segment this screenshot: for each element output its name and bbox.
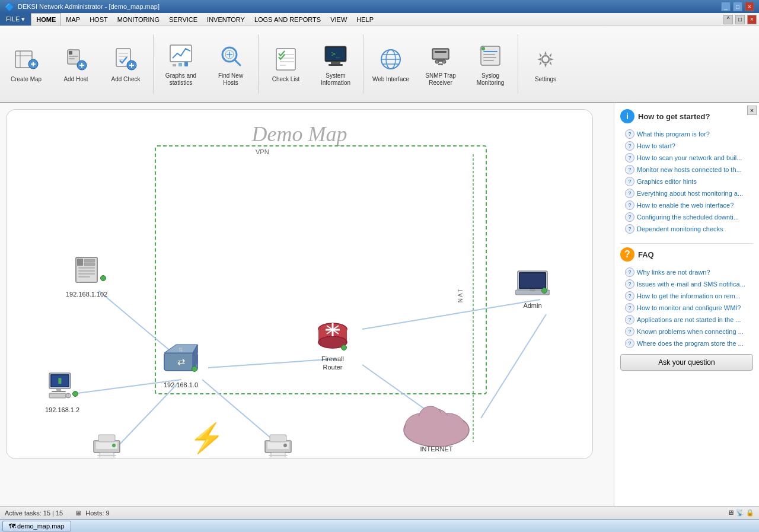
svg-rect-79 <box>56 388 61 391</box>
maximize-button[interactable]: □ <box>733 2 742 11</box>
vpn-label: VPN <box>256 148 269 155</box>
node-server[interactable]: 192.168.1.102 <box>66 255 107 298</box>
statusbar: Active tasks: 15 | 15 🖥 Hosts: 9 🖥 📡 🔒 <box>0 506 759 519</box>
titlebar: 🔷 DEKSI Network Administrator - [demo_ma… <box>0 0 759 13</box>
ribbon-sep-2 <box>258 34 259 94</box>
create-map-button[interactable]: Create Map <box>2 31 50 97</box>
info-header: i How to get started? <box>620 109 753 123</box>
titlebar-title: DEKSI Network Administrator - [demo_map.… <box>18 3 160 10</box>
snmp-button[interactable]: SNMP Trap Receiver <box>417 31 464 97</box>
add-check-button[interactable]: Add Check <box>102 31 149 97</box>
node-printer2[interactable]: Printer <box>263 430 294 459</box>
node-router[interactable]: ⇄ ⇅ 192.168.1.0 <box>160 341 202 388</box>
snmp-icon <box>426 42 455 70</box>
sysinfo-button[interactable]: >_ System Information <box>312 31 359 97</box>
info-link-7[interactable]: Configuring the scheduled downti... <box>620 211 753 223</box>
faq-link-0[interactable]: Why links are not drawn? <box>620 266 753 278</box>
menu-view[interactable]: VIEW <box>326 13 352 26</box>
active-tasks-text: Active tasks: 15 | 15 <box>5 509 63 517</box>
syslog-label: Syslog Monitoring <box>470 72 511 87</box>
svg-rect-37 <box>329 64 343 66</box>
info-link-8[interactable]: Dependent monitoring checks <box>620 223 753 235</box>
svg-rect-80 <box>52 391 66 392</box>
svg-rect-88 <box>98 435 115 442</box>
faq-link-1[interactable]: Issues with e-mail and SMS notifica... <box>620 278 753 290</box>
node-printer1[interactable]: 192.168.1.3 <box>90 430 124 459</box>
menu-monitoring[interactable]: MONITORING <box>113 13 164 26</box>
syslog-button[interactable]: Syslog Monitoring <box>467 31 514 97</box>
titlebar-controls[interactable]: _ □ × <box>721 2 754 11</box>
svg-rect-9 <box>69 58 75 59</box>
webinterface-icon <box>377 45 405 74</box>
svg-line-62 <box>362 300 540 329</box>
ribbon-close-btn[interactable]: × <box>747 15 757 24</box>
settings-button[interactable]: Settings <box>522 31 569 97</box>
admin-label: Admin <box>523 302 541 309</box>
ribbon-minimize-btn[interactable]: ^ <box>723 15 733 24</box>
info-link-5[interactable]: Everything about host monitoring a... <box>620 187 753 199</box>
hosts-count-text: 🖥 Hosts: 9 <box>75 509 109 517</box>
webinterface-label: Web Interface <box>372 76 409 83</box>
node-admin[interactable]: Admin <box>515 269 550 309</box>
svg-point-48 <box>435 60 439 63</box>
checklist-button[interactable]: Check List <box>262 31 310 97</box>
faq-link-2[interactable]: How to get the information on rem... <box>620 290 753 302</box>
menu-logs[interactable]: LOGS AND REPORTS <box>250 13 326 26</box>
settings-icon <box>531 45 560 74</box>
node-firewall[interactable]: Firewall Router <box>315 317 350 371</box>
taskbar-tab-0[interactable]: 🗺 demo_map.map <box>2 521 71 531</box>
svg-rect-68 <box>77 259 83 266</box>
svg-rect-72 <box>78 273 95 275</box>
svg-text:█: █ <box>58 378 62 384</box>
menu-inventory[interactable]: INVENTORY <box>202 13 250 26</box>
svg-rect-125 <box>520 273 545 288</box>
add-host-button[interactable]: Add Host <box>52 31 100 97</box>
svg-rect-71 <box>78 270 95 272</box>
menu-map[interactable]: MAP <box>61 13 85 26</box>
add-check-label: Add Check <box>111 76 141 83</box>
svg-text:⇅: ⇅ <box>178 347 183 353</box>
info-link-6[interactable]: How to enable the web interface? <box>620 199 753 211</box>
workstation1-label: 192.168.1.2 <box>45 406 79 413</box>
minimize-button[interactable]: _ <box>721 2 731 11</box>
faq-link-5[interactable]: Known problems when connecting ... <box>620 326 753 337</box>
webinterface-button[interactable]: Web Interface <box>367 31 414 97</box>
info-link-3[interactable]: Monitor new hosts connected to th... <box>620 164 753 176</box>
ribbon-restore-btn[interactable]: □ <box>735 15 745 24</box>
server-label: 192.168.1.102 <box>66 291 107 298</box>
svg-point-109 <box>283 444 287 447</box>
menu-home[interactable]: HOME <box>31 13 61 26</box>
graphs-button[interactable]: Graphs and statistics <box>157 31 205 97</box>
info-link-4[interactable]: Graphics editor hints <box>620 176 753 187</box>
admin-status <box>541 288 547 294</box>
faq-link-6[interactable]: Where does the program store the ... <box>620 337 753 349</box>
info-link-1[interactable]: How to start? <box>620 140 753 152</box>
node-workstation1[interactable]: █ 192.168.1.2 <box>45 371 79 413</box>
ask-question-button[interactable]: Ask your question <box>620 354 753 371</box>
info-title: How to get started? <box>638 112 710 121</box>
map-inner: Demo Map VPN NAT <box>6 109 593 459</box>
router-status <box>192 366 197 372</box>
svg-point-90 <box>112 444 116 447</box>
info-link-0[interactable]: What this program is for? <box>620 128 753 140</box>
info-link-2[interactable]: How to scan your network and buil... <box>620 152 753 164</box>
right-panel-close-button[interactable]: × <box>747 106 757 115</box>
svg-rect-75 <box>84 259 95 262</box>
router-label: 192.168.1.0 <box>164 381 198 388</box>
add-host-label: Add Host <box>63 76 88 83</box>
faq-link-4[interactable]: Applications are not started in the ... <box>620 314 753 326</box>
close-button[interactable]: × <box>745 2 754 11</box>
svg-rect-22 <box>178 63 182 66</box>
menu-host[interactable]: HOST <box>85 13 113 26</box>
menu-help[interactable]: HELP <box>352 13 378 26</box>
svg-rect-20 <box>170 45 192 62</box>
svg-rect-23 <box>184 62 188 66</box>
node-internet[interactable]: INTERNET <box>398 400 475 453</box>
map-canvas[interactable]: Demo Map VPN NAT <box>0 103 614 506</box>
menu-file[interactable]: FILE ▾ <box>0 13 31 26</box>
svg-rect-21 <box>173 64 176 66</box>
menu-service[interactable]: SERVICE <box>164 13 202 26</box>
ribbon-sep-1 <box>153 34 154 94</box>
find-hosts-button[interactable]: Find New Hosts <box>207 31 254 97</box>
faq-link-3[interactable]: How to monitor and configure WMI? <box>620 302 753 314</box>
